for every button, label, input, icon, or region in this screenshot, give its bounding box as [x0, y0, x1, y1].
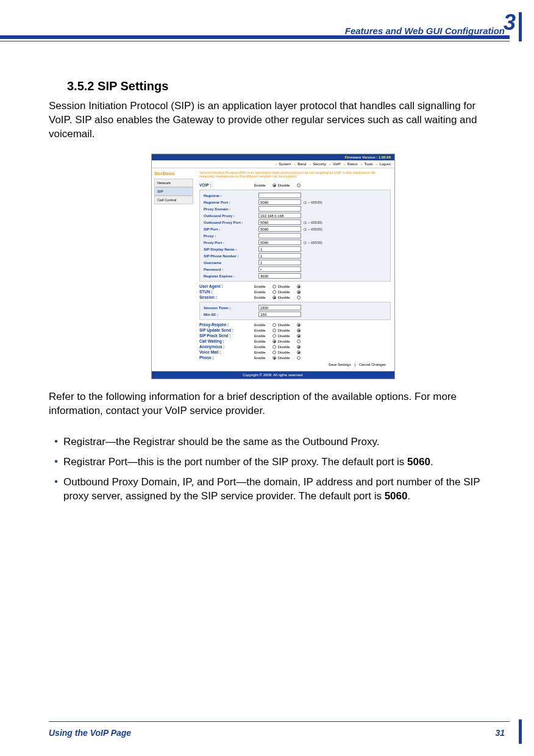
footer-page-number: 31	[495, 728, 505, 738]
bullet-item: •Registrar—the Registrar should be the s…	[49, 435, 497, 449]
enable-label: Enable	[254, 345, 266, 349]
field-label: SIP Port :	[204, 227, 258, 231]
toggle-label: SIP Update Send :	[199, 328, 254, 332]
text-input[interactable]	[258, 266, 301, 272]
bullet-dot: •	[49, 455, 63, 469]
enable-label: Enable	[254, 290, 266, 294]
chapter-number: 3	[504, 10, 516, 35]
enable-label: Enable	[254, 356, 266, 360]
disable-radio[interactable]	[297, 345, 301, 349]
text-input[interactable]	[258, 206, 301, 212]
voip-disable-radio[interactable]	[297, 184, 301, 187]
text-input[interactable]	[258, 226, 301, 232]
range-hint: (1 ~ 65535)	[304, 221, 322, 224]
toggle-label: Phone :	[199, 355, 254, 360]
nav-security[interactable]: Security	[313, 162, 326, 166]
text-input[interactable]	[258, 199, 301, 205]
nav-band[interactable]: Band	[297, 162, 306, 166]
enable-radio[interactable]	[272, 334, 276, 338]
text-input[interactable]	[258, 253, 301, 259]
text-input[interactable]	[258, 312, 301, 317]
toggle-label: SIP Prack Send :	[199, 333, 254, 338]
enable-radio[interactable]	[272, 356, 276, 360]
toggle-label: User Agent :	[199, 284, 254, 288]
disable-radio[interactable]	[297, 334, 301, 338]
arrow-icon: »	[329, 162, 331, 166]
registrar-group: Registrar :Registrar Port :(1 ~ 65535)Pr…	[199, 190, 391, 282]
sidebar-item-network[interactable]: Network	[154, 179, 193, 187]
after-screenshot-paragraph: Refer to the following information for a…	[49, 390, 497, 418]
section-heading: 3.5.2 SIP Settings	[67, 79, 497, 93]
field-label: Proxy :	[204, 234, 258, 238]
enable-radio[interactable]	[272, 345, 276, 349]
disable-label: Disable	[278, 351, 290, 354]
enable-radio[interactable]	[272, 351, 276, 354]
text-input[interactable]	[258, 233, 301, 238]
toggle-label: Session :	[199, 295, 254, 299]
cancel-changes-link[interactable]: Cancel Changes	[359, 363, 386, 366]
disable-radio[interactable]	[297, 296, 301, 299]
nav-status[interactable]: Status	[347, 162, 358, 166]
enable-label: Enable	[254, 329, 266, 332]
disable-radio[interactable]	[297, 323, 301, 327]
text-input[interactable]	[258, 260, 301, 265]
field-label: Username	[204, 261, 258, 265]
text-input[interactable]	[258, 305, 301, 310]
field-label: Password :	[204, 268, 258, 271]
nav-system[interactable]: System	[279, 162, 291, 166]
text-input[interactable]	[258, 213, 301, 218]
nav-voip[interactable]: VoIP	[333, 162, 341, 166]
disable-label: Disable	[278, 356, 290, 360]
enable-radio[interactable]	[272, 290, 276, 294]
arrow-icon: »	[343, 162, 345, 166]
ss-firmware-bar: Firmware Version : 1.00.06	[152, 154, 394, 160]
enable-radio[interactable]	[272, 323, 276, 327]
enable-radio[interactable]	[272, 329, 276, 332]
text-input[interactable]	[258, 273, 301, 279]
enable-radio[interactable]	[272, 340, 276, 343]
toggle-label: STUN :	[199, 290, 254, 294]
enable-radio[interactable]	[272, 285, 276, 288]
voip-enable-radio[interactable]	[272, 184, 276, 187]
disable-label: Disable	[278, 329, 290, 332]
text-input[interactable]	[258, 240, 301, 245]
voip-label: VOIP :	[199, 183, 254, 187]
ss-actions: Save Settings | Cancel Changes	[199, 360, 391, 369]
nav-tools[interactable]: Tools	[365, 162, 373, 166]
nav-logout[interactable]: Logout	[380, 162, 391, 166]
disable-radio[interactable]	[297, 340, 301, 343]
enable-label: Enable	[254, 323, 266, 327]
range-hint: (1 ~ 65535)	[304, 241, 322, 244]
arrow-icon: »	[360, 162, 362, 166]
disable-radio[interactable]	[297, 356, 301, 360]
ss-firmware-label: Firmware Version : 1.00.06	[345, 155, 391, 159]
enable-radio[interactable]	[272, 296, 276, 299]
text-input[interactable]	[258, 193, 301, 198]
field-label: Proxy Domain :	[204, 207, 258, 211]
field-label: Register Expires :	[204, 274, 258, 278]
field-label: Registrar Port :	[204, 201, 258, 204]
field-label: Proxy Port :	[204, 241, 258, 244]
disable-radio[interactable]	[297, 290, 301, 294]
disable-label: Disable	[278, 184, 290, 187]
sidebar-item-call-control[interactable]: Call Control	[154, 196, 193, 204]
field-label: Outbound Proxy :	[204, 214, 258, 218]
text-input[interactable]	[258, 246, 301, 252]
enable-label: Enable	[254, 340, 266, 343]
embedded-screenshot: Firmware Version : 1.00.06 »System »Band…	[151, 154, 395, 379]
sidebar-item-sip[interactable]: SIP	[154, 187, 193, 196]
enable-label: Enable	[254, 285, 266, 288]
disable-label: Disable	[278, 340, 290, 343]
ss-intro-text: Session Initiation Protocol (SIP) is an …	[199, 171, 391, 179]
field-label: Outbound Proxy Port :	[204, 221, 258, 224]
enable-label: Enable	[254, 184, 266, 187]
toggle-label: Call Waiting :	[199, 339, 254, 343]
disable-radio[interactable]	[297, 329, 301, 332]
disable-radio[interactable]	[297, 285, 301, 288]
text-input[interactable]	[258, 219, 301, 225]
disable-label: Disable	[278, 285, 290, 288]
bullet-text: Registrar—the Registrar should be the sa…	[63, 435, 497, 449]
save-settings-link[interactable]: Save Settings	[329, 363, 351, 366]
enable-label: Enable	[254, 296, 266, 299]
disable-radio[interactable]	[297, 351, 301, 354]
